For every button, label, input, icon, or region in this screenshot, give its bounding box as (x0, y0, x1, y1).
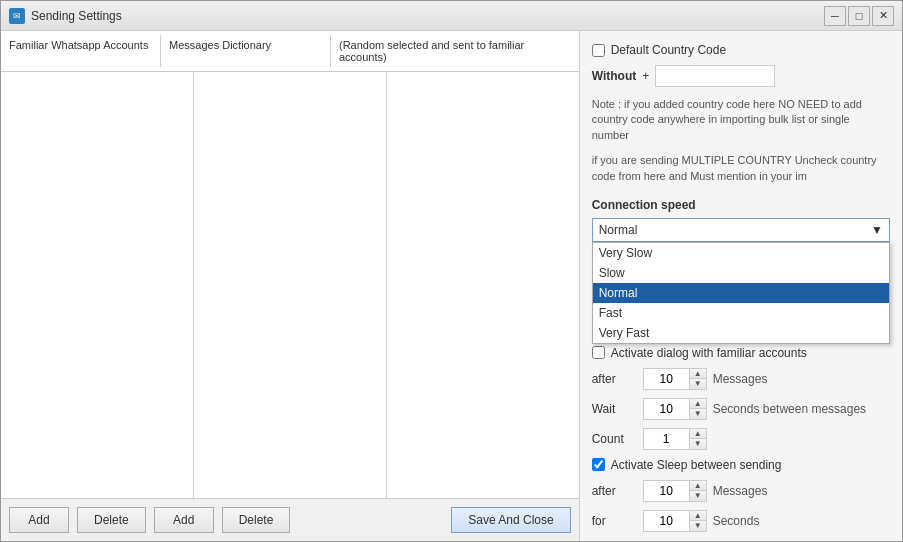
sleep-for-row: for ▲ ▼ Seconds (592, 510, 890, 532)
after-spinner-row: after ▲ ▼ Messages (592, 368, 890, 390)
activate-familiar-row: Activate dialog with familiar accounts (592, 346, 890, 360)
messages-dictionary-table (194, 72, 387, 498)
without-row: Without + (592, 65, 890, 87)
sleep-after-up[interactable]: ▲ (690, 481, 706, 491)
minimize-button[interactable]: ─ (824, 6, 846, 26)
sleep-after-label: after (592, 484, 637, 498)
activate-familiar-label: Activate dialog with familiar accounts (611, 346, 807, 360)
content-area: Familiar Whatsapp Accounts Messages Dict… (1, 31, 902, 541)
after-spinner-input[interactable] (644, 369, 689, 389)
sleep-after-down[interactable]: ▼ (690, 491, 706, 501)
familiar-accounts-table (1, 72, 194, 498)
note-text-1: Note : if you added country code here NO… (592, 97, 890, 143)
default-country-code-row: Default Country Code (592, 43, 890, 57)
speed-option-very-fast[interactable]: Very Fast (593, 323, 889, 343)
sleep-for-spinner: ▲ ▼ (643, 510, 707, 532)
window-title: Sending Settings (31, 9, 122, 23)
count-spinner-up[interactable]: ▲ (690, 429, 706, 439)
bottom-buttons-bar: Add Delete Add Delete Save And Close (1, 498, 579, 541)
sleep-after-row: after ▲ ▼ Messages (592, 480, 890, 502)
activate-familiar-checkbox[interactable] (592, 346, 605, 359)
col-header-1: Familiar Whatsapp Accounts (1, 35, 161, 67)
sleep-for-down[interactable]: ▼ (690, 521, 706, 531)
plus-label: + (642, 69, 649, 83)
speed-option-slow[interactable]: Slow (593, 263, 889, 283)
messages-label: Messages (713, 372, 768, 386)
sleep-for-up[interactable]: ▲ (690, 511, 706, 521)
random-messages-table (387, 72, 579, 498)
count-spinner-input[interactable] (644, 429, 689, 449)
dropdown-item-very-slow-wrapper: Very Slow (593, 243, 889, 263)
wait-label: Wait (592, 402, 637, 416)
connection-speed-menu: Very Slow Slow Normal Fast Very Fast (592, 242, 890, 344)
after-spinner-up[interactable]: ▲ (690, 369, 706, 379)
sleep-messages-label: Messages (713, 484, 768, 498)
tables-area (1, 72, 579, 498)
after-spinner: ▲ ▼ (643, 368, 707, 390)
save-and-close-button[interactable]: Save And Close (451, 507, 570, 533)
col-header-3: (Random selected and sent to familiar ac… (331, 35, 579, 67)
add-button-2[interactable]: Add (154, 507, 214, 533)
close-button[interactable]: ✕ (872, 6, 894, 26)
maximize-button[interactable]: □ (848, 6, 870, 26)
seconds-between-label: Seconds between messages (713, 402, 866, 416)
col-header-2: Messages Dictionary (161, 35, 331, 67)
window-icon: ✉ (9, 8, 25, 24)
sending-settings-window: ✉ Sending Settings ─ □ ✕ Familiar Whatsa… (0, 0, 903, 542)
right-panel: Default Country Code Without + Note : if… (580, 31, 902, 541)
activate-sleep-label: Activate Sleep between sending (611, 458, 782, 472)
sleep-for-input[interactable] (644, 511, 689, 531)
sleep-for-btns: ▲ ▼ (689, 511, 706, 531)
column-headers: Familiar Whatsapp Accounts Messages Dict… (1, 31, 579, 72)
connection-speed-dropdown[interactable]: Normal ▼ (592, 218, 890, 242)
window-controls: ─ □ ✕ (824, 6, 894, 26)
wait-spinner-input[interactable] (644, 399, 689, 419)
speed-option-fast[interactable]: Fast (593, 303, 889, 323)
connection-speed-label: Connection speed (592, 198, 890, 212)
wait-spinner-up[interactable]: ▲ (690, 399, 706, 409)
after-spinner-down[interactable]: ▼ (690, 379, 706, 389)
speed-option-normal[interactable]: Normal (593, 283, 889, 303)
count-label: Count (592, 432, 637, 446)
delete-button-2[interactable]: Delete (222, 507, 291, 533)
without-label: Without (592, 69, 637, 83)
count-spinner: ▲ ▼ (643, 428, 707, 450)
connection-speed-dropdown-container: Normal ▼ Very Slow Slow Normal Fast Very… (592, 218, 890, 242)
dropdown-arrow-icon: ▼ (871, 223, 883, 237)
without-input[interactable] (655, 65, 775, 87)
note-text-2: if you are sending MULTIPLE COUNTRY Unch… (592, 153, 890, 184)
sleep-after-btns: ▲ ▼ (689, 481, 706, 501)
sleep-seconds-label: Seconds (713, 514, 760, 528)
count-spinner-btns: ▲ ▼ (689, 429, 706, 449)
sleep-after-spinner: ▲ ▼ (643, 480, 707, 502)
title-bar-left: ✉ Sending Settings (9, 8, 122, 24)
wait-spinner-row: Wait ▲ ▼ Seconds between messages (592, 398, 890, 420)
speed-option-very-slow[interactable]: Very Slow (593, 243, 889, 263)
wait-spinner-btns: ▲ ▼ (689, 399, 706, 419)
title-bar: ✉ Sending Settings ─ □ ✕ (1, 1, 902, 31)
wait-spinner: ▲ ▼ (643, 398, 707, 420)
left-panel: Familiar Whatsapp Accounts Messages Dict… (1, 31, 580, 541)
count-spinner-row: Count ▲ ▼ (592, 428, 890, 450)
dropdown-selected-value: Normal (599, 223, 638, 237)
wait-spinner-down[interactable]: ▼ (690, 409, 706, 419)
activate-sleep-row: Activate Sleep between sending (592, 458, 890, 472)
delete-button-1[interactable]: Delete (77, 507, 146, 533)
add-button-1[interactable]: Add (9, 507, 69, 533)
after-spinner-btns: ▲ ▼ (689, 369, 706, 389)
for-label: for (592, 514, 637, 528)
default-country-code-label: Default Country Code (611, 43, 726, 57)
sleep-after-input[interactable] (644, 481, 689, 501)
default-country-code-checkbox[interactable] (592, 44, 605, 57)
count-spinner-down[interactable]: ▼ (690, 439, 706, 449)
after-label: after (592, 372, 637, 386)
activate-sleep-checkbox[interactable] (592, 458, 605, 471)
